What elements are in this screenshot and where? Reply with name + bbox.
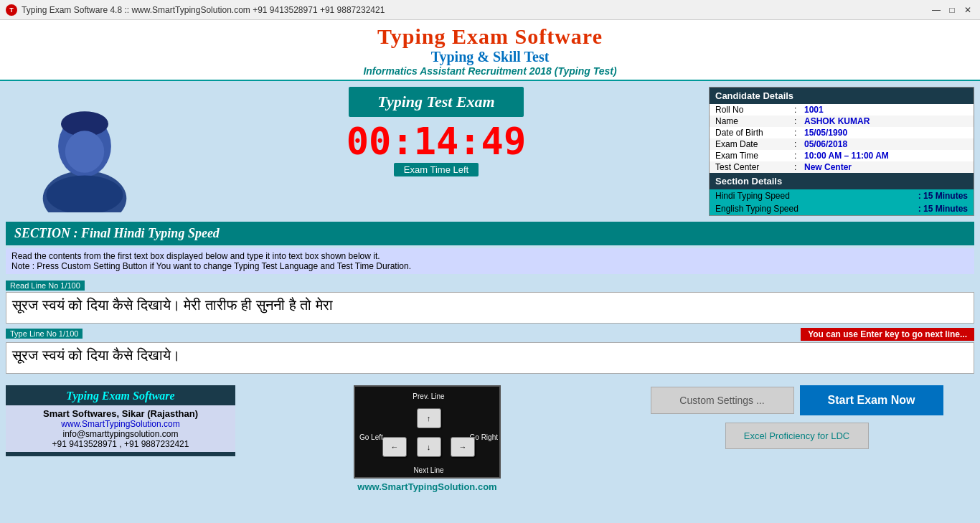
candidate-details-header: Candidate Details — [710, 88, 974, 104]
titlebar-controls: — □ ✕ — [930, 4, 974, 17]
instruction-2: Note : Press Custom Setting Button if Yo… — [11, 261, 969, 271]
name-value: ASHOK KUMAR — [804, 116, 870, 126]
type-text-box[interactable]: सूरज स्वयं को दिया कैसे दिखाये। — [6, 342, 974, 374]
test-center-value: New Center — [804, 162, 852, 172]
close-button[interactable]: ✕ — [961, 4, 974, 17]
read-text-box: सूरज स्वयं को दिया कैसे दिखाये। मेरी तार… — [6, 292, 974, 324]
start-exam-button[interactable]: Start Exam Now — [800, 385, 943, 415]
app-exam-title: Informatics Assistant Recruitment 2018 (… — [0, 65, 980, 77]
read-line-label: Read Line No 1/100 — [6, 281, 85, 291]
dob-value: 15/05/1990 — [804, 128, 847, 138]
english-speed-value: : 15 Minutes — [918, 204, 968, 214]
instruction-box: Read the contents from the first text bo… — [6, 248, 974, 274]
app-header: Typing Exam Software Typing & Skill Test… — [0, 20, 980, 81]
go-left-label: Go Left — [359, 433, 383, 441]
brand-company: Smart Softwares, Sikar (Rajasthan) — [14, 408, 227, 419]
prev-line-label: Prev. Line — [413, 392, 444, 400]
button-area: Custom Settings ... Start Exam Now Excel… — [619, 385, 974, 449]
timer-display: 00:14:49 — [347, 123, 526, 160]
up-arrow-key: ↑ — [417, 408, 441, 428]
instruction-1: Read the contents from the first text bo… — [11, 251, 969, 261]
exam-time-row: Exam Time : 10:00 AM – 11:00 AM — [710, 150, 974, 161]
avatar-container — [20, 87, 149, 216]
dob-label: Date of Birth — [715, 128, 794, 138]
branding-box: Typing Exam Software Smart Softwares, Si… — [6, 385, 235, 456]
left-arrow-key: ← — [382, 437, 407, 457]
left-panel — [6, 87, 164, 216]
keyboard-website: www.SmartTypingSolution.com — [357, 481, 496, 492]
exam-date-value: 05/06/2018 — [804, 139, 847, 149]
main-content: Typing Test Exam 00:14:49 Exam Time Left… — [0, 81, 980, 222]
next-line-label: Next Line — [413, 466, 443, 474]
keyboard-layout: Prev. Line Go Left Go Right Next Line ↑ … — [355, 387, 502, 480]
hindi-speed-value: : 15 Minutes — [918, 191, 968, 201]
down-arrow-key: ↓ — [417, 437, 441, 457]
center-panel: Typing Test Exam 00:14:49 Exam Time Left — [169, 87, 703, 216]
english-speed-row: English Typing Speed : 15 Minutes — [710, 202, 974, 215]
brand-website: www.SmartTypingSolution.com — [14, 419, 227, 429]
keyboard-diagram: Prev. Line Go Left Go Right Next Line ↑ … — [250, 385, 605, 492]
type-line-row: Type Line No 1/100 You can use Enter key… — [6, 328, 974, 341]
exam-date-row: Exam Date : 05/06/2018 — [710, 138, 974, 150]
test-center-label: Test Center — [715, 162, 794, 172]
test-center-row: Test Center : New Center — [710, 161, 974, 173]
timer-label: Exam Time Left — [394, 163, 479, 176]
name-label: Name — [715, 116, 794, 126]
brand-phone: +91 9413528971 , +91 9887232421 — [14, 439, 227, 449]
roll-no-value: 1001 — [804, 105, 824, 115]
svg-point-4 — [65, 131, 104, 172]
exam-date-label: Exam Date — [715, 139, 794, 149]
roll-no-label: Roll No — [715, 105, 794, 115]
minimize-button[interactable]: — — [930, 4, 943, 17]
titlebar-left: T Typing Exam Software 4.8 :: www.SmartT… — [6, 4, 385, 16]
bottom-area: Typing Exam Software Smart Softwares, Si… — [0, 380, 980, 498]
dob-row: Date of Birth : 15/05/1990 — [710, 127, 974, 138]
brand-title: Typing Exam Software — [6, 385, 235, 405]
excel-proficiency-button[interactable]: Excel Proficiency for LDC — [725, 423, 869, 449]
maximize-button[interactable]: □ — [946, 4, 958, 17]
right-arrow-key: → — [451, 437, 475, 457]
typing-test-banner: Typing Test Exam — [349, 87, 523, 117]
app-title-sub: Typing & Skill Test — [0, 49, 980, 65]
name-row: Name : ASHOK KUMAR — [710, 116, 974, 127]
custom-settings-button[interactable]: Custom Settings ... — [651, 387, 794, 414]
roll-no-row: Roll No : 1001 — [710, 104, 974, 116]
brand-info: Smart Softwares, Sikar (Rajasthan) www.S… — [6, 405, 235, 452]
exam-time-value: 10:00 AM – 11:00 AM — [804, 151, 889, 161]
avatar — [27, 90, 142, 212]
keyboard-image: Prev. Line Go Left Go Right Next Line ↑ … — [354, 385, 501, 479]
typing-area: SECTION : Final Hindi Typing Speed Read … — [0, 222, 980, 380]
hindi-speed-row: Hindi Typing Speed : 15 Minutes — [710, 189, 974, 202]
exam-time-label: Exam Time — [715, 151, 794, 161]
titlebar: T Typing Exam Software 4.8 :: www.SmartT… — [0, 0, 980, 20]
candidate-details: Candidate Details Roll No : 1001 Name : … — [709, 87, 974, 216]
app-title-main: Typing Exam Software — [0, 24, 980, 49]
brand-email: info@smarttypingsolution.com — [14, 429, 227, 439]
titlebar-text: Typing Exam Software 4.8 :: www.SmartTyp… — [22, 5, 385, 15]
english-speed-label: English Typing Speed — [715, 204, 798, 214]
type-hint: You can use Enter key to go next line... — [801, 328, 974, 341]
right-panel: Candidate Details Roll No : 1001 Name : … — [709, 87, 974, 216]
section-details-header: Section Details — [710, 173, 974, 189]
read-line-label-container: Read Line No 1/100 — [6, 278, 974, 292]
hindi-speed-label: Hindi Typing Speed — [715, 191, 790, 201]
app-icon: T — [6, 4, 17, 16]
type-line-label: Type Line No 1/100 — [6, 329, 83, 339]
section-title: SECTION : Final Hindi Typing Speed — [6, 222, 974, 245]
